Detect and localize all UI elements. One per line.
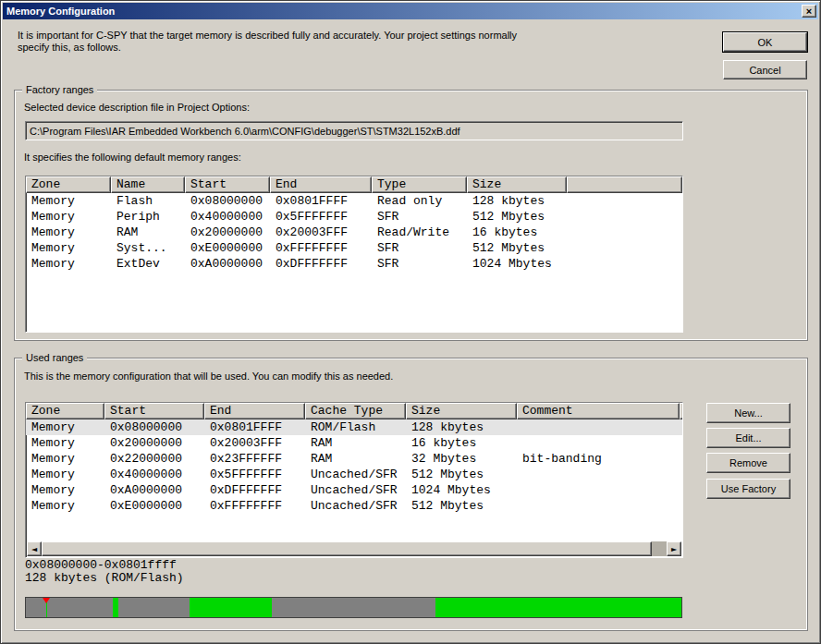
table-cell: ROM/Flash: [305, 419, 406, 435]
edit-button[interactable]: Edit...: [706, 428, 790, 448]
table-cell: 0x40000000: [104, 467, 204, 482]
table-cell: 0x20000000: [104, 435, 204, 451]
table-cell: 0xA0000000: [185, 256, 270, 272]
table-row[interactable]: Memory0x080000000x0801FFFFROM/Flash128 k…: [26, 419, 682, 435]
table-cell: 512 Mbytes: [406, 498, 517, 514]
table-cell: 0x20000000: [185, 225, 270, 240]
scrollbar-thumb[interactable]: [42, 541, 652, 556]
table-cell: 0x23FFFFFF: [204, 451, 305, 467]
cancel-button[interactable]: Cancel: [723, 60, 807, 79]
memory-segment-sfr-high: [435, 598, 681, 617]
table-cell: RAM: [111, 225, 185, 240]
table-cell: Memory: [26, 419, 104, 435]
table-cell: 512 Mbytes: [467, 209, 567, 225]
table-cell: Syst...: [111, 240, 185, 256]
table-cell: Memory: [26, 240, 111, 256]
table-cell: 0x0801FFFF: [204, 419, 305, 435]
column-header-end[interactable]: End: [270, 176, 372, 193]
used-ranges-table[interactable]: ZoneStartEndCache TypeSizeComment Memory…: [25, 402, 683, 558]
scroll-left-icon: ◄: [31, 545, 37, 553]
table-cell: 128 kbytes: [467, 193, 567, 209]
table-cell: 1024 Mbytes: [467, 256, 567, 272]
table-cell: 512 Mbytes: [406, 467, 517, 482]
device-file-path-field[interactable]: C:\Program Files\IAR Embedded Workbench …: [25, 121, 683, 140]
column-header-start[interactable]: Start: [104, 403, 204, 419]
table-row[interactable]: MemoryExtDev0xA00000000xDFFFFFFFSFR1024 …: [26, 256, 682, 272]
table-cell: Read/Write: [372, 225, 467, 240]
column-header-size[interactable]: Size: [406, 403, 517, 419]
default-ranges-label: It specifies the following default memor…: [24, 152, 241, 163]
column-header-zone[interactable]: Zone: [26, 403, 104, 419]
table-cell: 0xDFFFFFFF: [204, 482, 305, 498]
column-header-type[interactable]: Type: [372, 176, 467, 193]
device-file-label: Selected device description file in Proj…: [24, 102, 250, 113]
new-button[interactable]: New...: [706, 403, 790, 423]
table-cell: Memory: [26, 225, 111, 240]
factory-ranges-table[interactable]: ZoneNameStartEndTypeSize MemoryFlash0x08…: [25, 176, 683, 333]
memory-configuration-dialog: Memory Configuration × It is important f…: [0, 0, 821, 644]
table-cell: RAM: [305, 435, 406, 451]
column-header-start[interactable]: Start: [185, 176, 270, 193]
table-cell: 128 kbytes: [406, 419, 517, 435]
table-cell: 0xFFFFFFFF: [204, 498, 305, 514]
table-cell: [517, 435, 680, 451]
column-header-filler: [680, 403, 683, 419]
close-icon: ×: [806, 6, 812, 17]
table-cell: Memory: [26, 209, 111, 225]
title-bar: Memory Configuration ×: [3, 3, 818, 19]
ok-button[interactable]: OK: [723, 32, 807, 52]
table-row[interactable]: MemoryFlash0x080000000x0801FFFFRead only…: [26, 193, 682, 209]
table-cell: Memory: [26, 256, 111, 272]
used-table-header: ZoneStartEndCache TypeSizeComment: [26, 403, 682, 419]
column-header-zone[interactable]: Zone: [26, 176, 111, 193]
table-cell: 0x08000000: [185, 193, 270, 209]
table-cell: RAM: [305, 451, 406, 467]
table-cell: Read only: [372, 193, 467, 209]
table-row[interactable]: Memory0x220000000x23FFFFFFRAM32 Mbytesbi…: [26, 451, 682, 467]
column-header-size[interactable]: Size: [467, 176, 567, 193]
table-cell: 0xE0000000: [185, 240, 270, 256]
use-factory-button[interactable]: Use Factory: [706, 479, 790, 499]
table-cell: Memory: [26, 498, 104, 514]
horizontal-scrollbar[interactable]: ◄ ►: [27, 541, 681, 556]
table-row[interactable]: MemorySyst...0xE00000000xFFFFFFFFSFR512 …: [26, 240, 682, 256]
scroll-right-button[interactable]: ►: [667, 541, 681, 556]
table-row[interactable]: Memory0xE00000000xFFFFFFFFUncached/SFR51…: [26, 498, 682, 514]
table-cell: Memory: [26, 482, 104, 498]
table-cell: 0x0801FFFF: [270, 193, 372, 209]
table-cell: Periph: [111, 209, 185, 225]
selected-range-address: 0x08000000-0x0801ffff: [25, 558, 177, 572]
table-cell: 512 Mbytes: [467, 240, 567, 256]
scroll-left-button[interactable]: ◄: [27, 541, 42, 556]
column-header-end[interactable]: End: [204, 403, 305, 419]
table-row[interactable]: Memory0x400000000x5FFFFFFFUncached/SFR51…: [26, 467, 682, 482]
table-cell: Uncached/SFR: [305, 467, 406, 482]
scroll-right-icon: ►: [671, 545, 677, 553]
table-cell: Uncached/SFR: [305, 498, 406, 514]
table-cell: 0x08000000: [104, 419, 204, 435]
table-cell: [517, 482, 680, 498]
table-cell: Flash: [111, 193, 185, 209]
window-title: Memory Configuration: [6, 6, 115, 17]
column-header-name[interactable]: Name: [111, 176, 185, 193]
close-button[interactable]: ×: [802, 5, 816, 18]
selection-marker: [43, 598, 50, 603]
used-table-body: Memory0x080000000x0801FFFFROM/Flash128 k…: [26, 419, 682, 514]
selected-range-size: 128 kbytes (ROM/Flash): [25, 571, 184, 585]
table-row[interactable]: Memory0xA00000000xDFFFFFFFUncached/SFR10…: [26, 482, 682, 498]
memory-segment-sfr-low: [190, 598, 272, 617]
table-cell: 0x20003FFF: [204, 435, 305, 451]
table-row[interactable]: MemoryPeriph0x400000000x5FFFFFFFSFR512 M…: [26, 209, 682, 225]
table-cell: SFR: [372, 240, 467, 256]
factory-table-body: MemoryFlash0x080000000x0801FFFFRead only…: [26, 193, 682, 272]
column-header-cache-type[interactable]: Cache Type: [305, 403, 406, 419]
table-cell: bit-banding: [517, 451, 680, 467]
table-cell: 0x22000000: [104, 451, 204, 467]
remove-button[interactable]: Remove: [706, 453, 790, 473]
table-row[interactable]: MemoryRAM0x200000000x20003FFFRead/Write1…: [26, 225, 682, 240]
table-cell: 0xA0000000: [104, 482, 204, 498]
table-row[interactable]: Memory0x200000000x20003FFFRAM16 kbytes: [26, 435, 682, 451]
memory-map-bar: [25, 597, 682, 618]
device-file-path-text: C:\Program Files\IAR Embedded Workbench …: [30, 126, 460, 137]
column-header-comment[interactable]: Comment: [517, 403, 680, 419]
